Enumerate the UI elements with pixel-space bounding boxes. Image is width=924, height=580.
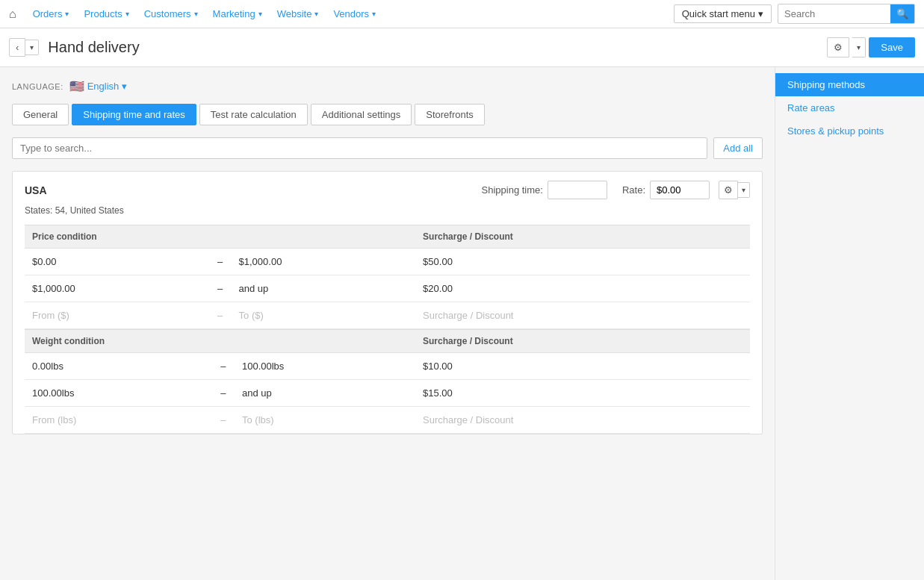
weight-from-2: 100.00lbs bbox=[25, 380, 212, 407]
weight-dash-2: – bbox=[212, 380, 235, 407]
weight-condition-table: Weight condition Surcharge / Discount 0.… bbox=[25, 329, 750, 434]
rate-input[interactable] bbox=[650, 181, 710, 199]
sidebar-item-rate-areas[interactable]: Rate areas bbox=[775, 96, 924, 119]
price-row-placeholder: From ($) – To ($) Surcharge / Discount bbox=[25, 302, 750, 329]
tab-storefronts[interactable]: Storefronts bbox=[415, 104, 485, 125]
nav-orders[interactable]: Orders ▾ bbox=[25, 0, 77, 28]
sidebar-item-shipping-methods[interactable]: Shipping methods bbox=[775, 73, 924, 96]
nav-marketing[interactable]: Marketing ▾ bbox=[205, 0, 270, 28]
region-header: USA Shipping time: Rate: ⚙ ▾ bbox=[25, 181, 750, 199]
weight-row-1: 0.00lbs – 100.00lbs $10.00 bbox=[25, 353, 750, 380]
back-dropdown-button[interactable]: ▾ bbox=[25, 40, 39, 55]
website-dropdown-arrow: ▾ bbox=[314, 10, 318, 18]
nav-website[interactable]: Website ▾ bbox=[270, 0, 326, 28]
price-to-2: and up bbox=[232, 275, 416, 302]
quick-start-dropdown-arrow: ▾ bbox=[758, 8, 763, 19]
nav-vendors[interactable]: Vendors ▾ bbox=[326, 0, 383, 28]
nav-items: Orders ▾ Products ▾ Customers ▾ Marketin… bbox=[25, 0, 674, 28]
price-dash-2: – bbox=[209, 275, 232, 302]
price-surcharge-2: $20.00 bbox=[415, 275, 750, 302]
shipping-time-label: Shipping time: bbox=[482, 184, 543, 196]
settings-gear-dropdown[interactable]: ▾ bbox=[852, 37, 866, 57]
weight-dash-placeholder: – bbox=[212, 407, 235, 434]
price-condition-table: Price condition Surcharge / Discount $0.… bbox=[25, 225, 750, 329]
back-button[interactable]: ‹ bbox=[9, 38, 25, 57]
weight-surcharge-1: $10.00 bbox=[415, 353, 750, 380]
settings-gear-button[interactable]: ⚙ bbox=[827, 37, 849, 57]
language-dropdown-arrow: ▾ bbox=[122, 81, 127, 92]
content-area: LANGUAGE: 🇺🇸 English ▾ General Shipping … bbox=[0, 67, 775, 580]
price-dash-1: – bbox=[209, 249, 232, 275]
top-navigation: ⌂ Orders ▾ Products ▾ Customers ▾ Market… bbox=[0, 0, 924, 28]
region-name: USA bbox=[25, 184, 482, 196]
price-from-2: $1,000.00 bbox=[25, 275, 209, 302]
price-surcharge-placeholder[interactable]: Surcharge / Discount bbox=[415, 302, 750, 329]
usa-region-section: USA Shipping time: Rate: ⚙ ▾ States: 54,… bbox=[12, 171, 763, 434]
weight-dash-1: – bbox=[212, 353, 235, 380]
tab-test-rate[interactable]: Test rate calculation bbox=[199, 104, 308, 125]
language-bar: LANGUAGE: 🇺🇸 English ▾ bbox=[12, 79, 763, 93]
price-from-placeholder[interactable]: From ($) bbox=[25, 302, 209, 329]
search-input[interactable] bbox=[778, 5, 890, 22]
shipping-time-input[interactable] bbox=[548, 181, 607, 199]
tab-general[interactable]: General bbox=[12, 104, 69, 125]
weight-row-2: 100.00lbs – and up $15.00 bbox=[25, 380, 750, 407]
weight-surcharge-header: Surcharge / Discount bbox=[415, 330, 750, 353]
weight-row-placeholder: From (lbs) – To (lbs) Surcharge / Discou… bbox=[25, 407, 750, 434]
sidebar: Shipping methods Rate areas Stores & pic… bbox=[775, 67, 924, 580]
nav-customers[interactable]: Customers ▾ bbox=[137, 0, 205, 28]
rate-label: Rate: bbox=[622, 184, 645, 196]
search-container: 🔍 bbox=[778, 4, 915, 24]
region-states: States: 54, United States bbox=[25, 205, 750, 216]
price-condition-header: Price condition bbox=[25, 225, 415, 249]
price-to-1: $1,000.00 bbox=[232, 249, 416, 275]
quick-start-button[interactable]: Quick start menu ▾ bbox=[674, 4, 772, 23]
shipping-time-group: Shipping time: bbox=[482, 181, 607, 199]
home-icon[interactable]: ⌂ bbox=[9, 7, 16, 21]
flag-icon: 🇺🇸 bbox=[69, 79, 84, 93]
rate-group: Rate: bbox=[622, 181, 710, 199]
price-row-1: $0.00 – $1,000.00 $50.00 bbox=[25, 249, 750, 275]
language-label: LANGUAGE: bbox=[12, 82, 63, 91]
top-nav-right: Quick start menu ▾ 🔍 bbox=[674, 4, 915, 24]
price-dash-placeholder: – bbox=[209, 302, 232, 329]
region-gear-dropdown-button[interactable]: ▾ bbox=[738, 182, 750, 198]
price-from-1: $0.00 bbox=[25, 249, 209, 275]
search-button[interactable]: 🔍 bbox=[890, 4, 914, 23]
price-to-placeholder[interactable]: To ($) bbox=[232, 302, 416, 329]
add-all-button[interactable]: Add all bbox=[713, 137, 763, 159]
language-selector[interactable]: 🇺🇸 English ▾ bbox=[69, 79, 128, 93]
sidebar-item-stores-pickup[interactable]: Stores & pickup points bbox=[775, 119, 924, 143]
price-surcharge-header: Surcharge / Discount bbox=[415, 225, 750, 249]
tab-additional-settings[interactable]: Additional settings bbox=[311, 104, 412, 125]
tab-shipping-time-rates[interactable]: Shipping time and rates bbox=[72, 104, 196, 125]
weight-to-2: and up bbox=[235, 380, 415, 407]
marketing-dropdown-arrow: ▾ bbox=[258, 10, 262, 18]
sub-header: ‹ ▾ Hand delivery ⚙ ▾ Save bbox=[0, 28, 924, 67]
weight-condition-header: Weight condition bbox=[25, 330, 415, 353]
weight-surcharge-placeholder[interactable]: Surcharge / Discount bbox=[415, 407, 750, 434]
header-actions: ⚙ ▾ Save bbox=[827, 37, 915, 57]
region-gear-button[interactable]: ⚙ bbox=[719, 181, 738, 199]
language-text: English bbox=[87, 81, 120, 92]
weight-to-placeholder[interactable]: To (lbs) bbox=[235, 407, 415, 434]
price-surcharge-1: $50.00 bbox=[415, 249, 750, 275]
save-button[interactable]: Save bbox=[869, 37, 915, 57]
customers-dropdown-arrow: ▾ bbox=[194, 10, 198, 18]
weight-surcharge-2: $15.00 bbox=[415, 380, 750, 407]
page-title: Hand delivery bbox=[48, 39, 827, 56]
search-row: Add all bbox=[12, 137, 763, 159]
products-dropdown-arrow: ▾ bbox=[125, 10, 129, 18]
vendors-dropdown-arrow: ▾ bbox=[372, 10, 376, 18]
region-search-input[interactable] bbox=[12, 137, 707, 159]
main-layout: LANGUAGE: 🇺🇸 English ▾ General Shipping … bbox=[0, 67, 924, 580]
weight-from-1: 0.00lbs bbox=[25, 353, 212, 380]
tabs-container: General Shipping time and rates Test rat… bbox=[12, 104, 763, 125]
price-row-2: $1,000.00 – and up $20.00 bbox=[25, 275, 750, 302]
weight-to-1: 100.00lbs bbox=[235, 353, 415, 380]
orders-dropdown-arrow: ▾ bbox=[65, 10, 69, 18]
weight-from-placeholder[interactable]: From (lbs) bbox=[25, 407, 212, 434]
nav-products[interactable]: Products ▾ bbox=[76, 0, 136, 28]
